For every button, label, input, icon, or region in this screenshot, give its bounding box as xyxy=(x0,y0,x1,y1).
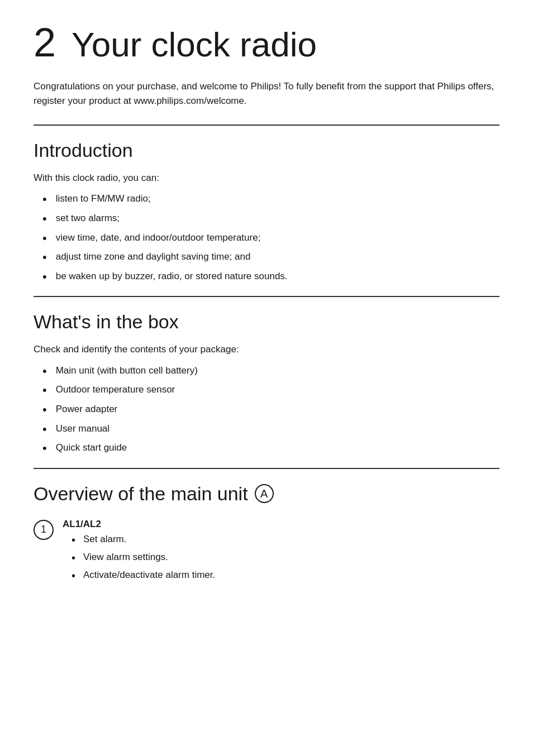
list-item: Activate/deactivate alarm timer. xyxy=(63,568,499,583)
whats-in-box-section: What's in the box Check and identify the… xyxy=(34,310,499,456)
overview-heading-text: Overview of the main unit xyxy=(34,482,248,505)
whats-in-box-heading: What's in the box xyxy=(34,310,499,333)
list-item: User manual xyxy=(34,422,499,438)
overview-section: Overview of the main unit A 1 AL1/AL2 Se… xyxy=(34,482,499,586)
introduction-list: listen to FM/MW radio; set two alarms; v… xyxy=(34,192,499,285)
divider-1 xyxy=(34,125,499,126)
page-title-text: Your clock radio xyxy=(72,26,317,64)
overview-badge: A xyxy=(255,484,274,503)
list-item: adjust time zone and daylight saving tim… xyxy=(34,250,499,266)
item-label-1: AL1/AL2 xyxy=(63,519,499,530)
list-item: Power adapter xyxy=(34,402,499,418)
page-title-section: 2 Your clock radio xyxy=(34,22,499,64)
introduction-lead: With this clock radio, you can: xyxy=(34,171,499,185)
overview-heading: Overview of the main unit A xyxy=(34,482,499,505)
page-number: 2 xyxy=(34,22,56,63)
divider-2 xyxy=(34,296,499,297)
list-item: Outdoor temperature sensor xyxy=(34,382,499,399)
introduction-section: Introduction With this clock radio, you … xyxy=(34,139,499,285)
list-item: View alarm settings. xyxy=(63,550,499,566)
list-item: view time, date, and indoor/outdoor temp… xyxy=(34,231,499,247)
item-content-1: AL1/AL2 Set alarm. View alarm settings. … xyxy=(63,519,499,586)
intro-paragraph: Congratulations on your purchase, and we… xyxy=(34,79,499,108)
whats-in-box-list: Main unit (with button cell battery) Out… xyxy=(34,363,499,457)
list-item: Set alarm. xyxy=(63,532,499,548)
item-number-1: 1 xyxy=(34,520,54,540)
divider-3 xyxy=(34,468,499,469)
whats-in-box-lead: Check and identify the contents of your … xyxy=(34,342,499,357)
introduction-heading: Introduction xyxy=(34,139,499,162)
list-item: Quick start guide xyxy=(34,441,499,457)
list-item: listen to FM/MW radio; xyxy=(34,192,499,208)
list-item: be waken up by buzzer, radio, or stored … xyxy=(34,269,499,285)
overview-item-1: 1 AL1/AL2 Set alarm. View alarm settings… xyxy=(34,519,499,586)
list-item: set two alarms; xyxy=(34,211,499,227)
list-item: Main unit (with button cell battery) xyxy=(34,363,499,380)
item-bullets-1: Set alarm. View alarm settings. Activate… xyxy=(63,532,499,583)
